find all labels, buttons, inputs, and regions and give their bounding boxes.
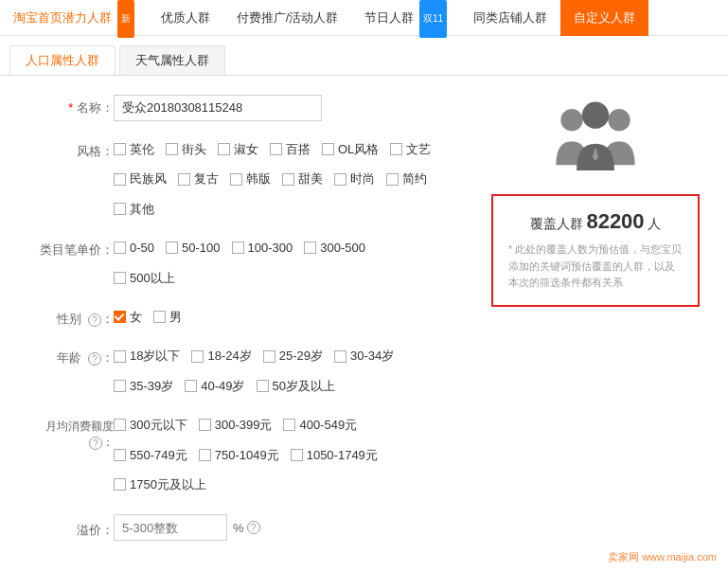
name-input[interactable] — [114, 95, 322, 121]
price-0-50[interactable]: 0-50 — [114, 237, 154, 259]
age-under18[interactable]: 18岁以下 — [114, 345, 180, 366]
premium-info-icon[interactable]: ? — [247, 521, 260, 534]
price-50-100[interactable]: 50-100 — [166, 237, 220, 259]
age-cb-35-39[interactable] — [114, 380, 126, 392]
age-cb-40-49[interactable] — [185, 380, 197, 392]
gender-cb-female[interactable] — [114, 311, 126, 323]
monthly-spend-row: 月均消费额度 ?： 300元以下 300-399元 400-549元 550-7… — [28, 414, 700, 495]
style-checkbox-tianmei[interactable] — [282, 173, 294, 186]
style-option-jietou[interactable]: 街头 — [166, 138, 206, 160]
nav-taobao-home[interactable]: 淘宝首页潜力人群 新 — [0, 0, 148, 36]
style-option-baida[interactable]: 百搭 — [270, 138, 311, 160]
price-500plus[interactable]: 500以上 — [114, 267, 175, 289]
age-label: 年龄 ?： — [28, 345, 114, 366]
age-35-39[interactable]: 35-39岁 — [114, 375, 173, 397]
spend-cb-400-549[interactable] — [283, 419, 295, 431]
age-cb-under18[interactable] — [114, 350, 126, 363]
monthly-spend-options: 300元以下 300-399元 400-549元 550-749元 750-10… — [114, 414, 700, 495]
spend-550-749[interactable]: 550-749元 — [114, 444, 187, 466]
spend-750-1049[interactable]: 750-1049元 — [199, 444, 279, 466]
age-25-29[interactable]: 25-29岁 — [263, 345, 323, 366]
premium-input[interactable] — [114, 514, 227, 541]
spend-400-549[interactable]: 400-549元 — [283, 414, 357, 436]
age-50plus[interactable]: 50岁及以上 — [257, 375, 335, 397]
price-100-300[interactable]: 100-300 — [232, 237, 293, 259]
style-checkbox-minzu[interactable] — [114, 173, 126, 186]
nav-quality[interactable]: 优质人群 — [148, 0, 223, 36]
category-price-label: 类目笔单价： — [28, 237, 114, 259]
style-option-ol[interactable]: OL风格 — [322, 138, 379, 160]
nav-paid-promo[interactable]: 付费推广/活动人群 — [223, 0, 352, 36]
age-info-icon[interactable]: ? — [88, 352, 101, 366]
style-checkbox-shishang[interactable] — [334, 173, 346, 186]
gender-info-icon[interactable]: ? — [88, 313, 101, 327]
tab-demographic[interactable]: 人口属性人群 — [9, 45, 115, 76]
gender-options: 女 男 — [114, 306, 700, 328]
age-18-24[interactable]: 18-24岁 — [191, 345, 251, 366]
spend-cb-300-399[interactable] — [199, 419, 211, 431]
style-option-other[interactable]: 其他 — [114, 198, 154, 220]
spend-1750plus[interactable]: 1750元及以上 — [114, 474, 206, 495]
coverage-number: 82200 — [586, 209, 644, 233]
style-option-shishang[interactable]: 时尚 — [334, 168, 375, 189]
style-option-wenyi[interactable]: 文艺 — [390, 138, 431, 160]
premium-label: 溢价： — [28, 517, 114, 539]
style-checkbox-baida[interactable] — [270, 143, 282, 155]
form-area: 覆盖人群 82200 人 * 此处的覆盖人数为预估值，与您宝贝添加的关键词预估覆… — [0, 76, 728, 572]
spend-cb-1750plus[interactable] — [114, 478, 126, 491]
price-cb-100-300[interactable] — [232, 241, 244, 254]
age-30-34[interactable]: 30-34岁 — [334, 345, 394, 366]
style-option-yinglun[interactable]: 英伦 — [114, 138, 154, 160]
spend-under300[interactable]: 300元以下 — [114, 414, 187, 436]
age-40-49[interactable]: 40-49岁 — [185, 375, 244, 397]
style-checkbox-other[interactable] — [114, 203, 126, 215]
style-checkbox-yinglun[interactable] — [114, 143, 126, 155]
style-checkbox-wenyi[interactable] — [390, 143, 402, 155]
monthly-spend-info-icon[interactable]: ? — [89, 437, 102, 450]
premium-row: 溢价： % ? — [28, 514, 700, 541]
right-panel: 覆盖人群 82200 人 * 此处的覆盖人数为预估值，与您宝贝添加的关键词预估覆… — [491, 95, 700, 307]
price-cb-50-100[interactable] — [166, 241, 178, 254]
style-option-shunv[interactable]: 淑女 — [218, 138, 258, 160]
style-checkbox-fugu[interactable] — [178, 173, 190, 186]
people-icon — [548, 95, 643, 180]
age-cb-25-29[interactable] — [263, 350, 275, 363]
gender-male[interactable]: 男 — [153, 306, 182, 328]
style-checkbox-jianyue[interactable] — [386, 173, 399, 186]
price-300-500[interactable]: 300-500 — [304, 237, 365, 259]
gender-cb-male[interactable] — [153, 311, 166, 323]
style-option-jianyue[interactable]: 简约 — [386, 168, 427, 189]
age-cb-18-24[interactable] — [191, 350, 204, 363]
gender-label: 性别 ?： — [28, 306, 114, 328]
spend-cb-550-749[interactable] — [114, 449, 126, 461]
spend-cb-under300[interactable] — [114, 419, 126, 431]
top-navigation: 淘宝首页潜力人群 新 优质人群 付费推广/活动人群 节日人群 双11 同类店铺人… — [0, 0, 728, 36]
price-cb-0-50[interactable] — [114, 241, 126, 254]
nav-similar-store[interactable]: 同类店铺人群 — [460, 0, 560, 36]
style-option-minzu[interactable]: 民族风 — [114, 168, 167, 189]
style-checkbox-ol[interactable] — [322, 143, 334, 155]
style-checkbox-jietou[interactable] — [166, 143, 178, 155]
gender-female[interactable]: 女 — [114, 306, 142, 328]
content-area: 人口属性人群 天气属性人群 — [0, 36, 728, 572]
style-option-fugu[interactable]: 复古 — [178, 168, 219, 189]
svg-point-0 — [560, 109, 582, 131]
age-cb-50plus[interactable] — [257, 380, 269, 392]
spend-1050-1749[interactable]: 1050-1749元 — [291, 444, 378, 466]
nav-festival[interactable]: 节日人群 双11 — [351, 0, 460, 36]
spend-cb-1050-1749[interactable] — [291, 449, 303, 461]
style-option-tianmei[interactable]: 甜美 — [282, 168, 323, 189]
name-label: * 名称： — [28, 95, 114, 116]
age-cb-30-34[interactable] — [334, 350, 346, 363]
tab-weather[interactable]: 天气属性人群 — [119, 45, 225, 75]
style-checkbox-hanban[interactable] — [230, 173, 242, 186]
price-cb-500plus[interactable] — [114, 272, 126, 284]
style-checkbox-shunv[interactable] — [218, 143, 230, 155]
nav-custom[interactable]: 自定义人群 — [560, 0, 648, 36]
age-row: 年龄 ?： 18岁以下 18-24岁 25-29岁 30-34岁 35-39岁 … — [28, 345, 700, 397]
sub-tab-bar: 人口属性人群 天气属性人群 — [0, 36, 728, 76]
spend-cb-750-1049[interactable] — [199, 449, 211, 461]
spend-300-399[interactable]: 300-399元 — [199, 414, 273, 436]
style-option-hanban[interactable]: 韩版 — [230, 168, 271, 189]
price-cb-300-500[interactable] — [304, 241, 316, 254]
